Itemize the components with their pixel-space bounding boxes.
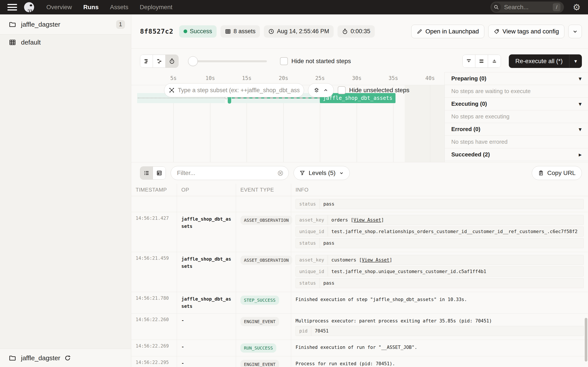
copy-url-button[interactable]: Copy URL xyxy=(532,166,582,180)
pencil-icon xyxy=(417,29,422,34)
event-type-badge: STEP_SUCCESS xyxy=(240,296,279,305)
checkbox-box[interactable] xyxy=(280,57,288,65)
job-grid-icon xyxy=(9,39,16,46)
hide-not-started-checkbox[interactable]: Hide not started steps xyxy=(280,57,351,65)
gantt-toolbar: Hide not started steps Re-execute all (*… xyxy=(131,52,588,70)
table-row[interactable]: 14:56:21.459 jaffle_shop_dbt_assets ASSE… xyxy=(131,252,588,292)
section-executing-empty: No steps are executing xyxy=(445,110,588,123)
refresh-icon[interactable] xyxy=(64,355,71,361)
log-filter-input[interactable] xyxy=(177,169,277,176)
log-list-view-button[interactable] xyxy=(140,167,153,179)
open-in-launchpad-button[interactable]: Open in Launchpad xyxy=(411,25,484,38)
view-waterfall-button[interactable] xyxy=(153,55,166,67)
section-preparing[interactable]: Preparing (0) ▾ xyxy=(445,72,588,85)
view-flat-button[interactable] xyxy=(140,55,153,67)
search-shortcut-badge: / xyxy=(553,3,561,11)
col-timestamp: TIMESTAMP xyxy=(131,184,177,196)
clear-filter-icon[interactable]: ⊗ xyxy=(277,169,284,177)
search-icon xyxy=(492,3,501,12)
slider-thumb[interactable] xyxy=(188,56,198,66)
section-errored[interactable]: Errored (0) ▾ xyxy=(445,123,588,136)
table-row[interactable]: 14:56:22.260 - ENGINE_EVENT Multiprocess… xyxy=(131,314,588,340)
gantt-after-run-band xyxy=(405,85,444,162)
steps-status-panel: Preparing (0) ▾ No steps are waiting to … xyxy=(444,72,588,162)
checkbox-box[interactable] xyxy=(338,86,346,94)
start-time-badge: Aug 14, 2:55:46 PM xyxy=(264,25,334,38)
hamburger-menu-icon[interactable] xyxy=(8,4,17,10)
view-timed-button[interactable] xyxy=(166,55,178,67)
dagster-logo[interactable] xyxy=(24,2,34,12)
metadata-chip: asset_key customers [View Asset] xyxy=(295,255,584,265)
tick-label: 15s xyxy=(242,75,251,81)
repo-count-badge: 1 xyxy=(116,20,125,29)
hide-unselected-checkbox[interactable]: Hide unselected steps xyxy=(338,86,409,94)
event-type-badge: ASSET_OBSERVATION xyxy=(240,216,292,225)
reexecute-dropdown-button[interactable]: ▾ xyxy=(569,54,582,68)
chevron-down-icon xyxy=(339,171,344,175)
metadata-chip: status pass xyxy=(295,278,584,288)
left-sidebar: jaffle_dagster 1 default jaffle_dagster xyxy=(0,14,131,367)
section-preparing-empty: No steps are waiting to execute xyxy=(445,85,588,98)
levels-dropdown-button[interactable]: Levels (5) xyxy=(294,166,350,180)
list-view-icon xyxy=(144,170,150,176)
stopwatch-icon xyxy=(342,28,348,34)
nav-deployment[interactable]: Deployment xyxy=(140,4,172,11)
step-subset-input-wrap[interactable] xyxy=(164,83,304,97)
chevron-down-icon xyxy=(572,29,578,34)
gear-icon[interactable]: ⚙ xyxy=(573,3,580,12)
funnel-icon xyxy=(300,170,305,176)
log-filter-input-wrap[interactable]: ⊗ xyxy=(171,166,289,180)
view-tags-config-button[interactable]: View tags and config xyxy=(488,25,564,38)
asset-count-badge[interactable]: 8 assets xyxy=(221,25,260,38)
chevron-up-icon xyxy=(323,88,328,93)
log-structured-view-button[interactable] xyxy=(153,167,166,179)
event-type-badge: RUN_SUCCESS xyxy=(240,343,276,353)
collapse-down-button[interactable] xyxy=(463,55,475,67)
table-row[interactable]: status pass xyxy=(131,196,588,212)
clipboard-icon xyxy=(538,170,544,176)
nav-runs[interactable]: Runs xyxy=(83,4,99,11)
event-type-badge: ENGINE_EVENT xyxy=(240,360,279,367)
section-succeeded[interactable]: Succeeded (2) ▸ xyxy=(445,148,588,161)
collapse-down-icon xyxy=(466,58,472,64)
sidebar-repo-label: jaffle_dagster xyxy=(21,21,60,28)
event-type-badge: ASSET_OBSERVATION xyxy=(240,256,292,265)
table-row[interactable]: 14:56:22.269 - RUN_SUCCESS Finished exec… xyxy=(131,340,588,356)
nav-assets[interactable]: Assets xyxy=(110,4,128,11)
rows-icon xyxy=(479,58,484,64)
vertical-scrollbar[interactable] xyxy=(585,318,587,362)
tick-label: 40s xyxy=(425,75,435,81)
reexecute-all-button[interactable]: Re-execute all (*) xyxy=(509,54,569,68)
search-input-wrap[interactable]: / xyxy=(490,1,564,13)
duration-badge: 0:00:35 xyxy=(337,25,375,38)
reexecute-split-button: Re-execute all (*) ▾ xyxy=(509,54,582,68)
gantt-zoom-slider[interactable] xyxy=(188,56,267,66)
view-asset-link[interactable]: View Asset xyxy=(362,257,389,263)
step-subset-input[interactable] xyxy=(178,87,300,94)
run-actions-dropdown-button[interactable] xyxy=(568,25,582,38)
structured-view-icon xyxy=(156,170,162,176)
table-row[interactable]: 14:56:21.427 jaffle_shop_dbt_assets ASSE… xyxy=(131,212,588,252)
view-asset-link[interactable]: View Asset xyxy=(354,217,381,223)
nav-overview[interactable]: Overview xyxy=(46,4,72,11)
table-row[interactable]: 14:56:22.295 - ENGINE_EVENT Process for … xyxy=(131,356,588,367)
gantt-collapse-group xyxy=(462,55,501,68)
expand-up-button[interactable] xyxy=(488,55,501,67)
caret-down-icon: ▾ xyxy=(579,126,581,132)
col-event-type: EVENT TYPE xyxy=(236,184,291,196)
section-executing[interactable]: Executing (0) ▾ xyxy=(445,98,588,110)
sidebar-footer-label: jaffle_dagster xyxy=(21,354,60,362)
log-section: ⊗ Levels (5) Copy URL TIMESTAMP OP EVENT… xyxy=(131,162,588,367)
sidebar-repo-jaffle-dagster[interactable]: jaffle_dagster 1 xyxy=(0,14,131,34)
graph-query-toggle-button[interactable] xyxy=(308,83,334,97)
table-row[interactable]: 14:56:21.780 jaffle_shop_dbt_assets STEP… xyxy=(131,292,588,314)
stopwatch-icon xyxy=(169,58,175,64)
rows-button[interactable] xyxy=(475,55,488,67)
sidebar-item-default[interactable]: default xyxy=(0,34,131,50)
layers-icon xyxy=(313,87,320,93)
flat-view-icon xyxy=(144,58,150,64)
caret-down-icon: ▾ xyxy=(579,75,581,82)
tick-label: 20s xyxy=(279,75,288,81)
search-input[interactable] xyxy=(504,4,553,11)
metadata-chip: asset_key orders [View Asset] xyxy=(295,215,584,225)
